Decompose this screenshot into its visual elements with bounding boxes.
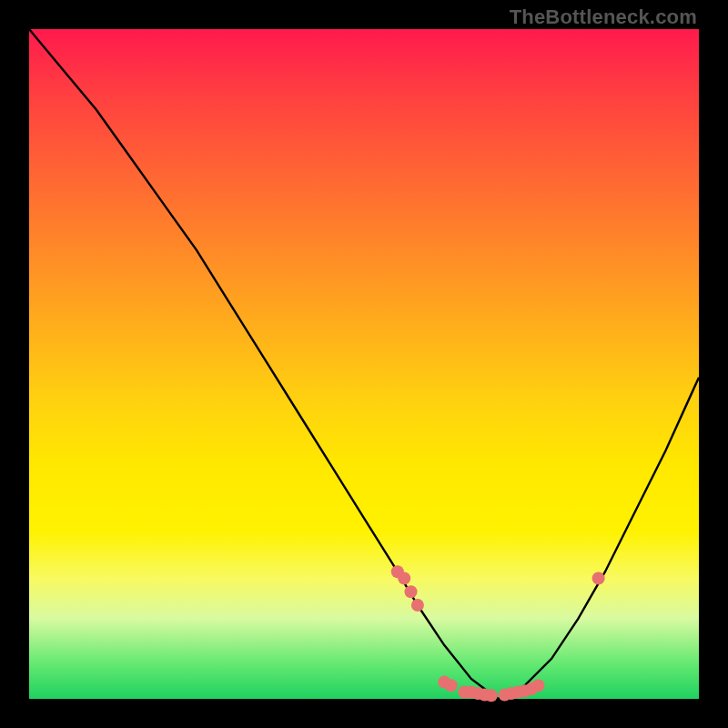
watermark-text: TheBottleneck.com — [510, 5, 697, 29]
marker-point — [531, 679, 544, 692]
chart-stage: TheBottleneck.com — [0, 0, 728, 728]
bottleneck-curve — [29, 29, 699, 699]
marker-group — [391, 565, 605, 702]
marker-point — [398, 572, 410, 585]
marker-point — [411, 599, 424, 612]
marker-point — [592, 572, 605, 585]
marker-point — [445, 679, 458, 692]
marker-point — [405, 585, 418, 598]
plot-area — [29, 29, 699, 699]
marker-point — [485, 689, 498, 702]
chart-overlay — [29, 29, 699, 699]
